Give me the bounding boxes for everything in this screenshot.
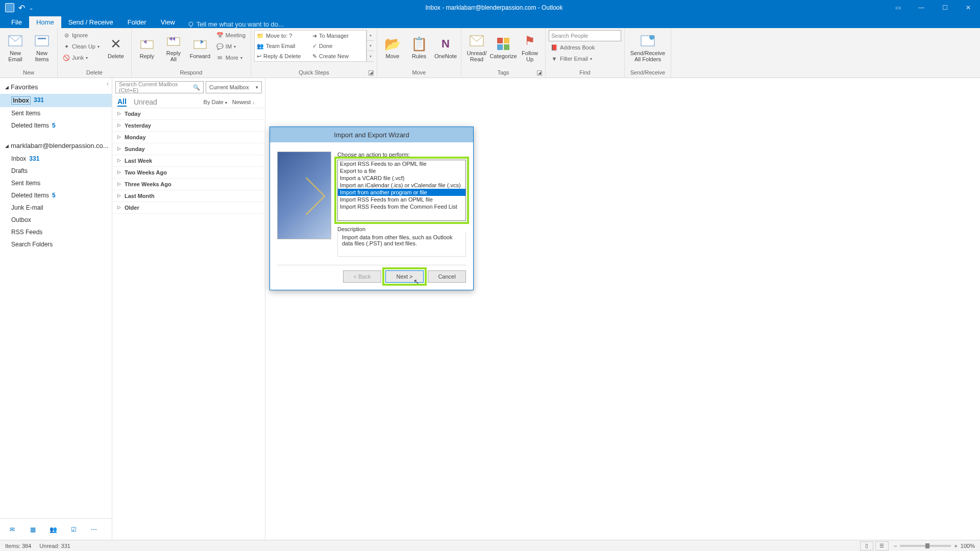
mail-icon[interactable]: ✉ [7, 524, 17, 535]
nav-drafts[interactable]: Drafts [0, 165, 112, 177]
unread-read-button[interactable]: Unread/ Read [464, 30, 489, 65]
more-icon[interactable]: ⋯ [89, 524, 99, 535]
move-button[interactable]: 📂Move [380, 30, 405, 65]
zoom-control[interactable]: − + 100% [894, 543, 975, 549]
nav-junk[interactable]: Junk E-mail [0, 202, 112, 214]
qs-replydelete[interactable]: ↩Reply & Delete [255, 51, 310, 61]
group-find: Search People 📕Address Book ▼Filter Emai… [546, 28, 625, 78]
search-people-input[interactable]: Search People [549, 30, 621, 41]
date-group[interactable]: Last Week [112, 155, 265, 167]
address-book-button[interactable]: 📕Address Book [549, 42, 621, 53]
zoom-slider[interactable] [900, 545, 951, 547]
quicksteps-gallery[interactable]: 📁Move to: ? ➜To Manager 👥Team Email ✓Don… [254, 30, 366, 62]
qs-tomanager[interactable]: ➜To Manager [310, 31, 366, 41]
calendar-icon[interactable]: ▦ [28, 524, 38, 535]
favorites-header[interactable]: ◢Favorites [0, 80, 112, 94]
categorize-button[interactable]: Categorize [491, 30, 516, 65]
date-group[interactable]: Last Month [112, 190, 265, 202]
more-button[interactable]: ✉More ▾ [214, 53, 248, 63]
nav-sentitems[interactable]: Sent Items [0, 107, 112, 119]
nav-rss[interactable]: RSS Feeds [0, 226, 112, 238]
tab-sendreceive[interactable]: Send / Receive [61, 16, 120, 28]
action-option[interactable]: Export to a file [338, 167, 465, 174]
action-option[interactable]: Import an iCalendar (.ics) or vCalendar … [338, 182, 465, 189]
onenote-button[interactable]: NOneNote [433, 30, 458, 65]
action-list[interactable]: Export RSS Feeds to an OPML fileExport t… [337, 160, 466, 221]
nav-sentitems2[interactable]: Sent Items [0, 177, 112, 189]
reply-all-button[interactable]: Reply All [161, 30, 186, 65]
nav-deleted2[interactable]: Deleted Items5 [0, 189, 112, 202]
zoom-in-icon[interactable]: + [954, 543, 957, 549]
quicksteps-launcher-icon[interactable]: ◢ [369, 70, 374, 76]
search-icon[interactable]: 🔍 [193, 84, 200, 91]
view-reading-icon[interactable]: ☰ [875, 541, 889, 550]
ribbon-display-icon[interactable]: ▭ [886, 0, 910, 15]
tasks-icon[interactable]: ☑ [68, 524, 79, 535]
delete-label: Delete [108, 53, 124, 59]
quicksteps-scroll[interactable]: ▴▾▾ [366, 30, 374, 62]
minimize-button[interactable]: — [910, 0, 933, 15]
filter-unread[interactable]: Unread [134, 98, 157, 106]
qat-customize-icon[interactable]: ⌄ [29, 5, 33, 11]
maximize-button[interactable]: ☐ [933, 0, 957, 15]
junk-button[interactable]: 🚫Junk ▾ [61, 53, 102, 63]
forward-button[interactable]: Forward [188, 30, 212, 65]
sort-newest[interactable]: Newest ↓ [232, 99, 255, 105]
qs-createnew[interactable]: ✎Create New [310, 51, 366, 61]
sendreceive-all-button[interactable]: Send/Receive All Folders [628, 30, 668, 65]
tell-me-search[interactable]: Tell me what you want to do... [187, 20, 284, 28]
date-group[interactable]: Two Weeks Ago [112, 167, 265, 179]
tags-launcher-icon[interactable]: ◢ [537, 70, 542, 76]
search-mailbox-input[interactable]: Search Current Mailbox (Ctrl+E)🔍 [115, 81, 204, 93]
date-group[interactable]: Sunday [112, 143, 265, 155]
back-button[interactable]: < Back [343, 270, 381, 283]
followup-button[interactable]: ⚑Follow Up [518, 30, 542, 65]
tab-view[interactable]: View [154, 16, 182, 28]
filter-email-button[interactable]: ▼Filter Email ▾ [549, 54, 621, 64]
categorize-icon [495, 36, 511, 52]
action-option[interactable]: Export RSS Feeds to an OPML file [338, 160, 465, 167]
action-option[interactable]: Import RSS Feeds from the Common Feed Li… [338, 203, 465, 210]
cleanup-button[interactable]: ✦Clean Up ▾ [61, 41, 102, 52]
nav-outbox[interactable]: Outbox [0, 214, 112, 226]
account-header[interactable]: ◢marklabarr@blenderpassion.co... [0, 139, 112, 153]
group-respond: Reply Reply All Forward 📅Meeting 💬IM ▾ ✉… [132, 28, 251, 78]
date-group[interactable]: Older [112, 202, 265, 214]
date-group[interactable]: Monday [112, 132, 265, 143]
new-email-button[interactable]: New Email [3, 30, 28, 65]
im-button[interactable]: 💬IM ▾ [214, 41, 248, 52]
nav-deleted[interactable]: Deleted Items5 [0, 119, 112, 132]
delete-button[interactable]: ✕ Delete [104, 30, 128, 65]
qs-done[interactable]: ✓Done [310, 41, 366, 51]
nav-inbox[interactable]: Inbox331 [0, 94, 112, 107]
search-scope-dropdown[interactable]: Current Mailbox▾ [206, 81, 262, 93]
cancel-button[interactable]: Cancel [428, 270, 466, 283]
rules-button[interactable]: 📋Rules [407, 30, 431, 65]
people-icon[interactable]: 👥 [48, 524, 58, 535]
action-option[interactable]: Import a VCARD file (.vcf) [338, 174, 465, 182]
view-normal-icon[interactable]: ▯ [860, 541, 873, 550]
next-button[interactable]: Next > [385, 270, 424, 283]
qs-teamemail[interactable]: 👥Team Email [255, 41, 310, 51]
action-option[interactable]: Import RSS Feeds from an OPML file [338, 196, 465, 203]
collapse-pane-icon[interactable]: ‹ [107, 80, 109, 87]
reply-button[interactable]: Reply [135, 30, 159, 65]
action-option[interactable]: Import from another program or file [338, 189, 465, 196]
meeting-button[interactable]: 📅Meeting [214, 30, 248, 40]
filter-all[interactable]: All [117, 97, 127, 107]
qs-moveto[interactable]: 📁Move to: ? [255, 31, 310, 41]
tab-file[interactable]: File [4, 16, 29, 28]
sort-bydate[interactable]: By Date ▾ [204, 99, 227, 105]
new-items-button[interactable]: New Items [30, 30, 54, 65]
nav-inbox2[interactable]: Inbox331 [0, 153, 112, 165]
close-button[interactable]: ✕ [957, 0, 980, 15]
zoom-out-icon[interactable]: − [894, 543, 897, 549]
date-group[interactable]: Three Weeks Ago [112, 179, 265, 190]
tab-folder[interactable]: Folder [120, 16, 154, 28]
ignore-button[interactable]: ⊘Ignore [61, 30, 102, 40]
undo-icon[interactable]: ↶ [18, 3, 25, 13]
date-group[interactable]: Yesterday [112, 120, 265, 132]
nav-searchfolders[interactable]: Search Folders [0, 238, 112, 251]
tab-home[interactable]: Home [29, 16, 61, 28]
date-group[interactable]: Today [112, 108, 265, 120]
